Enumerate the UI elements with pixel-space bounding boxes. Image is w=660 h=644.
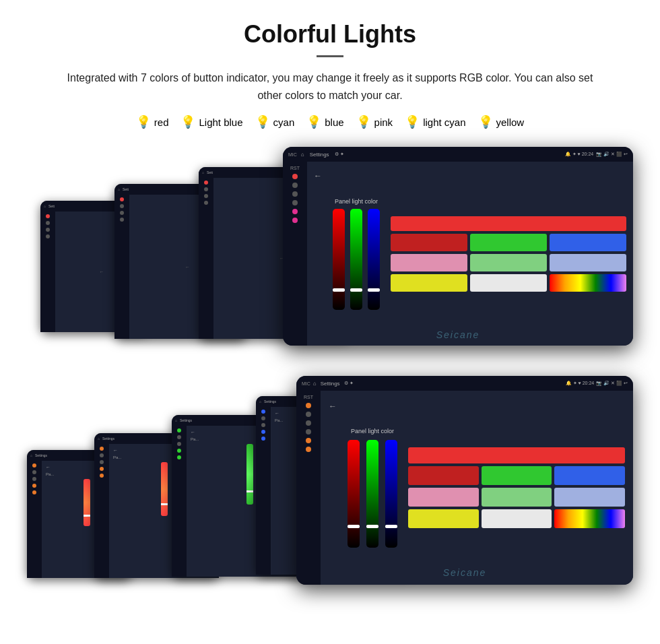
bulb-icon-lightblue: 💡 [180, 116, 195, 128]
devices-section: ⌂ Sett ← ⌂ Sett [27, 147, 633, 598]
top-device-row: ⌂ Sett ← ⌂ Sett [27, 147, 633, 356]
watermark-top: Seicane [436, 329, 480, 340]
bulb-icon-lightcyan: 💡 [405, 116, 420, 128]
bulb-icon-pink: 💡 [356, 116, 371, 128]
description: Integrated with 7 colors of button indic… [54, 69, 606, 104]
bot-main-device: MIC ⌂ Settings ⚙ ✦ 🔔 ✦ ♥ 20:24 📷 🔊 ✕ ⬛ ↩… [296, 376, 633, 585]
bulb-icon-cyan: 💡 [255, 116, 270, 128]
color-label-pink: pink [374, 117, 393, 128]
color-list: 💡 red 💡 Light blue 💡 cyan 💡 blue 💡 pink … [27, 116, 633, 128]
color-item-pink: 💡 pink [356, 116, 393, 128]
watermark-bottom: Seicane [443, 567, 487, 578]
bulb-icon-yellow: 💡 [478, 116, 493, 128]
color-item-yellow: 💡 yellow [478, 116, 525, 128]
color-label-cyan: cyan [273, 117, 295, 128]
color-item-lightblue: 💡 Light blue [180, 116, 242, 128]
top-main-device: MIC ⌂ Settings ⚙ ✦ 🔔 ✦ ♥ 20:24 📷 🔊 ✕ ⬛ ↩… [283, 147, 633, 346]
page-title: Colorful Lights [27, 20, 633, 49]
color-label-lightcyan: light cyan [423, 117, 465, 128]
color-label-red: red [154, 117, 169, 128]
color-item-blue: 💡 blue [306, 116, 343, 128]
bulb-icon-red: 💡 [136, 116, 151, 128]
page-container: Colorful Lights Integrated with 7 colors… [0, 0, 660, 625]
title-divider [317, 55, 343, 57]
bulb-icon-blue: 💡 [306, 116, 321, 128]
color-label-yellow: yellow [496, 117, 525, 128]
color-item-cyan: 💡 cyan [255, 116, 295, 128]
color-item-red: 💡 red [136, 116, 169, 128]
color-item-lightcyan: 💡 light cyan [405, 116, 465, 128]
color-label-blue: blue [325, 117, 343, 128]
bottom-device-row: ⌂ Settings ← Pa... [27, 376, 633, 598]
color-label-lightblue: Light blue [199, 117, 242, 128]
